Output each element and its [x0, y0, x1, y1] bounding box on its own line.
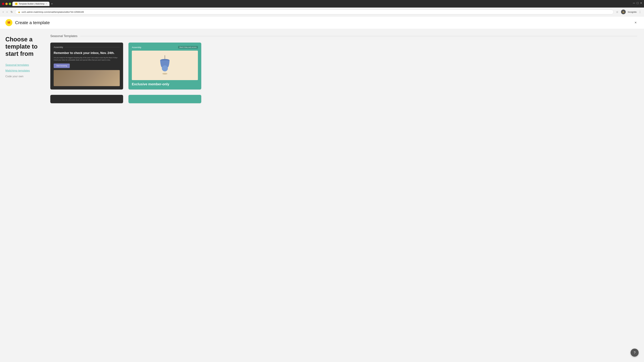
preview-brand-text: Assembly [54, 46, 63, 48]
partial-preview-green [128, 95, 201, 103]
window-maximize-btn[interactable] [9, 3, 11, 5]
browser-profile-button[interactable]: 🕵 [620, 9, 626, 15]
browser-top: M Template Builder | Mailchimp × + ─ □ × [2, 1, 642, 7]
partial-preview-dark [50, 95, 123, 103]
preview-body-text: Are you ready for the biggest shopping d… [54, 57, 120, 61]
preview-image-placeholder [54, 70, 120, 86]
close-button[interactable]: × [632, 19, 639, 26]
forward-button[interactable]: › [6, 10, 8, 14]
app-header-left: M Create a template [5, 19, 50, 26]
template-card-early-access[interactable]: Assembly Black Friday early access [128, 42, 201, 89]
content-area: Seasonal Templates Assembly Remember to … [44, 29, 644, 362]
browser-chrome: M Template Builder | Mailchimp × + ─ □ × [0, 0, 644, 7]
lamp-illustration [158, 55, 172, 75]
main-layout: Choose a template to start from Seasonal… [0, 29, 644, 362]
sidebar-nav: Seasonal templates Mailchimp templates C… [5, 63, 38, 79]
window-restore-icon[interactable]: □ [637, 1, 639, 5]
browser-tabs: M Template Builder | Mailchimp × + [12, 2, 54, 6]
preview-main-text: Remember to check your inbox, Nov. 24th. [54, 51, 120, 55]
preview-ea-headline: Exclusive member-only [132, 82, 198, 86]
svg-point-5 [162, 73, 167, 75]
template-preview-sale-teaser: Assembly Remember to check your inbox, N… [50, 42, 123, 89]
preview-cta-button[interactable]: Start browsing [54, 63, 70, 68]
url-text: us21.admin.mailchimp.com/email/templates… [22, 11, 84, 13]
lock-icon: 🔒 [18, 11, 20, 13]
window-close-btn[interactable] [2, 3, 4, 5]
template-card-partial-left[interactable] [50, 95, 123, 103]
tab-favicon-letter: M [16, 3, 17, 4]
menu-button[interactable]: ⋮ [638, 10, 642, 14]
sidebar: Choose a template to start from Seasonal… [0, 29, 44, 362]
sidebar-item-code[interactable]: Code your own [5, 74, 38, 79]
section-title: Seasonal Templates [50, 34, 637, 38]
nav-actions: ☆ 🕵 Incognito ⋮ [615, 9, 642, 15]
template-preview-early-access: Assembly Black Friday early access [128, 42, 201, 89]
svg-text:M: M [8, 21, 10, 24]
svg-point-4 [162, 65, 168, 71]
incognito-badge: 🕵 [621, 9, 626, 14]
browser-tab-active[interactable]: M Template Builder | Mailchimp × [12, 2, 50, 6]
sidebar-heading: Choose a template to start from [5, 36, 38, 57]
window-controls [2, 3, 11, 5]
sidebar-item-seasonal[interactable]: Seasonal templates [5, 63, 38, 67]
window-minimize-icon[interactable]: ─ [633, 1, 635, 5]
template-card-partial-right[interactable] [128, 95, 201, 103]
preview-ea-header: Assembly Black Friday early access [132, 46, 198, 49]
bookmark-button[interactable]: ☆ [615, 10, 619, 14]
app-header: M Create a template × [0, 16, 644, 29]
tab-close-icon[interactable]: × [46, 3, 47, 5]
preview-ea-bottom: Exclusive member-only [132, 82, 198, 86]
window-minimize-btn[interactable] [5, 3, 8, 5]
section-title-text: Seasonal Templates [50, 34, 78, 38]
incognito-icon: 🕵 [622, 11, 624, 13]
template-card-sale-teaser[interactable]: Assembly Remember to check your inbox, N… [50, 42, 123, 89]
preview-lamp-area [132, 51, 198, 80]
preview-ea-brand: Assembly [132, 46, 141, 49]
mailchimp-logo: M [5, 19, 12, 26]
sidebar-item-mailchimp[interactable]: Mailchimp templates [5, 68, 38, 73]
incognito-label: Incognito [628, 11, 636, 13]
browser-navbar: ‹ › ↻ 🔒 us21.admin.mailchimp.com/email/t… [0, 7, 644, 16]
preview-ea-tag: Black Friday early access [178, 46, 198, 49]
page-title: Create a template [15, 20, 50, 25]
preview-brand: Assembly [54, 46, 120, 48]
help-button[interactable]: ? [630, 349, 639, 357]
templates-grid-bottom [50, 95, 201, 103]
tab-label: Template Builder | Mailchimp [19, 3, 44, 5]
templates-grid: Assembly Remember to check your inbox, N… [50, 42, 201, 89]
address-bar[interactable]: 🔒 us21.admin.mailchimp.com/email/templat… [15, 9, 614, 14]
help-icon: ? [634, 351, 636, 355]
window-close-icon[interactable]: × [640, 1, 642, 5]
back-button[interactable]: ‹ [2, 10, 4, 14]
tab-favicon: M [15, 3, 18, 5]
new-tab-button[interactable]: + [50, 2, 54, 6]
refresh-button[interactable]: ↻ [10, 10, 14, 14]
